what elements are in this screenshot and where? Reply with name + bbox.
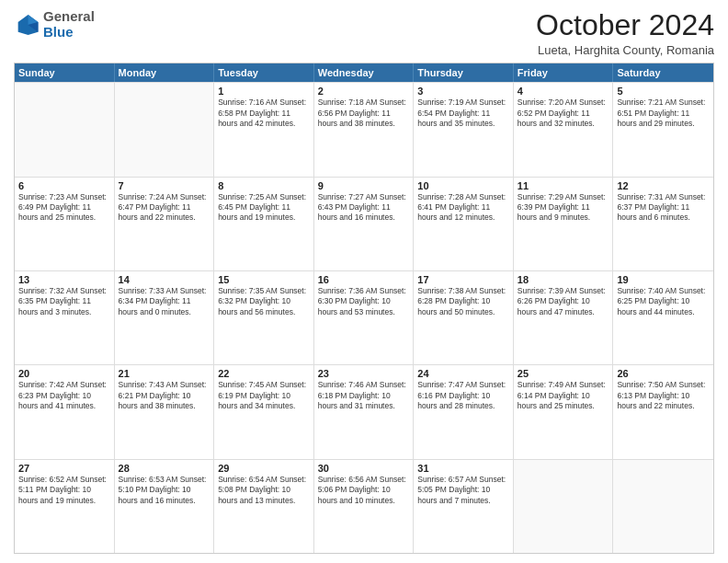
cal-cell: 3Sunrise: 7:19 AM Sunset: 6:54 PM Daylig… bbox=[414, 83, 514, 176]
cell-info: Sunrise: 7:24 AM Sunset: 6:47 PM Dayligh… bbox=[119, 192, 210, 224]
cal-cell: 15Sunrise: 7:35 AM Sunset: 6:32 PM Dayli… bbox=[214, 271, 314, 364]
cal-cell: 14Sunrise: 7:33 AM Sunset: 6:34 PM Dayli… bbox=[115, 271, 215, 364]
cell-info: Sunrise: 7:16 AM Sunset: 6:58 PM Dayligh… bbox=[218, 98, 310, 129]
cal-cell: 1Sunrise: 7:16 AM Sunset: 6:58 PM Daylig… bbox=[214, 83, 314, 176]
cell-info: Sunrise: 7:27 AM Sunset: 6:43 PM Dayligh… bbox=[318, 192, 410, 224]
cal-cell: 11Sunrise: 7:29 AM Sunset: 6:39 PM Dayli… bbox=[514, 178, 614, 270]
cal-cell: 10Sunrise: 7:28 AM Sunset: 6:41 PM Dayli… bbox=[414, 178, 514, 270]
cal-cell: 27Sunrise: 6:52 AM Sunset: 5:11 PM Dayli… bbox=[15, 460, 115, 553]
cell-day-number: 14 bbox=[119, 274, 210, 285]
cell-day-number: 30 bbox=[318, 463, 410, 474]
cell-info: Sunrise: 7:28 AM Sunset: 6:41 PM Dayligh… bbox=[417, 192, 509, 224]
cal-cell: 26Sunrise: 7:50 AM Sunset: 6:13 PM Dayli… bbox=[613, 365, 713, 458]
calendar: SundayMondayTuesdayWednesdayThursdayFrid… bbox=[14, 63, 714, 554]
header-day-tuesday: Tuesday bbox=[214, 63, 314, 82]
title-block: October 2024 Lueta, Harghita County, Rom… bbox=[536, 9, 714, 57]
cell-day-number: 28 bbox=[119, 463, 210, 474]
cell-day-number: 11 bbox=[518, 180, 609, 191]
cell-info: Sunrise: 7:40 AM Sunset: 6:25 PM Dayligh… bbox=[617, 286, 710, 317]
cell-info: Sunrise: 7:50 AM Sunset: 6:13 PM Dayligh… bbox=[617, 380, 710, 411]
month-title: October 2024 bbox=[536, 9, 714, 41]
cal-cell: 19Sunrise: 7:40 AM Sunset: 6:25 PM Dayli… bbox=[613, 271, 713, 364]
cal-cell: 18Sunrise: 7:39 AM Sunset: 6:26 PM Dayli… bbox=[514, 271, 614, 364]
cal-cell: 4Sunrise: 7:20 AM Sunset: 6:52 PM Daylig… bbox=[514, 83, 614, 176]
cell-info: Sunrise: 7:45 AM Sunset: 6:19 PM Dayligh… bbox=[218, 380, 310, 411]
header-day-saturday: Saturday bbox=[613, 63, 713, 82]
cell-info: Sunrise: 6:54 AM Sunset: 5:08 PM Dayligh… bbox=[218, 475, 310, 506]
cell-info: Sunrise: 7:31 AM Sunset: 6:37 PM Dayligh… bbox=[617, 192, 710, 224]
cal-cell bbox=[514, 460, 614, 553]
cell-day-number: 7 bbox=[119, 180, 210, 191]
cell-day-number: 23 bbox=[318, 368, 410, 379]
header-day-thursday: Thursday bbox=[414, 63, 514, 82]
cal-row-1: 1Sunrise: 7:16 AM Sunset: 6:58 PM Daylig… bbox=[15, 82, 713, 176]
cal-row-2: 6Sunrise: 7:23 AM Sunset: 6:49 PM Daylig… bbox=[15, 177, 713, 270]
cell-info: Sunrise: 7:23 AM Sunset: 6:49 PM Dayligh… bbox=[18, 192, 110, 224]
cell-info: Sunrise: 7:32 AM Sunset: 6:35 PM Dayligh… bbox=[18, 286, 110, 317]
cell-info: Sunrise: 7:25 AM Sunset: 6:45 PM Dayligh… bbox=[218, 192, 310, 224]
cell-info: Sunrise: 7:33 AM Sunset: 6:34 PM Dayligh… bbox=[119, 286, 210, 317]
cell-day-number: 3 bbox=[417, 86, 509, 97]
cell-day-number: 26 bbox=[617, 368, 710, 379]
header-day-monday: Monday bbox=[115, 63, 215, 82]
cal-cell: 28Sunrise: 6:53 AM Sunset: 5:10 PM Dayli… bbox=[115, 460, 215, 553]
cell-day-number: 4 bbox=[518, 86, 609, 97]
header-day-sunday: Sunday bbox=[15, 63, 115, 82]
cell-day-number: 15 bbox=[218, 274, 310, 285]
page: General Blue October 2024 Lueta, Harghit… bbox=[0, 0, 728, 563]
cal-cell: 23Sunrise: 7:46 AM Sunset: 6:18 PM Dayli… bbox=[314, 365, 415, 458]
cell-day-number: 2 bbox=[318, 86, 410, 97]
cell-info: Sunrise: 7:18 AM Sunset: 6:56 PM Dayligh… bbox=[318, 98, 410, 129]
calendar-header: SundayMondayTuesdayWednesdayThursdayFrid… bbox=[15, 63, 713, 82]
cal-cell: 20Sunrise: 7:42 AM Sunset: 6:23 PM Dayli… bbox=[15, 365, 115, 458]
cell-info: Sunrise: 6:53 AM Sunset: 5:10 PM Dayligh… bbox=[119, 475, 210, 506]
cell-day-number: 31 bbox=[417, 463, 509, 474]
cell-info: Sunrise: 6:56 AM Sunset: 5:06 PM Dayligh… bbox=[318, 475, 410, 506]
cal-cell: 21Sunrise: 7:43 AM Sunset: 6:21 PM Dayli… bbox=[115, 365, 215, 458]
cell-day-number: 10 bbox=[417, 180, 509, 191]
cell-info: Sunrise: 7:38 AM Sunset: 6:28 PM Dayligh… bbox=[417, 286, 509, 317]
cal-cell: 6Sunrise: 7:23 AM Sunset: 6:49 PM Daylig… bbox=[15, 178, 115, 270]
cell-info: Sunrise: 7:20 AM Sunset: 6:52 PM Dayligh… bbox=[518, 98, 609, 129]
cal-cell: 22Sunrise: 7:45 AM Sunset: 6:19 PM Dayli… bbox=[214, 365, 314, 458]
cell-day-number: 12 bbox=[617, 180, 710, 191]
cell-day-number: 17 bbox=[417, 274, 509, 285]
cell-day-number: 1 bbox=[218, 86, 310, 97]
cal-cell bbox=[613, 460, 713, 553]
cell-info: Sunrise: 6:57 AM Sunset: 5:05 PM Dayligh… bbox=[417, 475, 509, 506]
cell-info: Sunrise: 7:49 AM Sunset: 6:14 PM Dayligh… bbox=[518, 380, 609, 411]
cal-row-5: 27Sunrise: 6:52 AM Sunset: 5:11 PM Dayli… bbox=[15, 459, 713, 553]
cell-info: Sunrise: 7:19 AM Sunset: 6:54 PM Dayligh… bbox=[417, 98, 509, 129]
cell-day-number: 16 bbox=[318, 274, 410, 285]
cell-day-number: 25 bbox=[518, 368, 609, 379]
cell-day-number: 13 bbox=[18, 274, 110, 285]
cell-day-number: 8 bbox=[218, 180, 310, 191]
cell-info: Sunrise: 7:47 AM Sunset: 6:16 PM Dayligh… bbox=[417, 380, 509, 411]
cal-cell: 8Sunrise: 7:25 AM Sunset: 6:45 PM Daylig… bbox=[214, 178, 314, 270]
cell-day-number: 21 bbox=[119, 368, 210, 379]
cell-day-number: 24 bbox=[417, 368, 509, 379]
cell-info: Sunrise: 6:52 AM Sunset: 5:11 PM Dayligh… bbox=[18, 475, 110, 506]
cal-row-3: 13Sunrise: 7:32 AM Sunset: 6:35 PM Dayli… bbox=[15, 270, 713, 364]
cal-cell: 12Sunrise: 7:31 AM Sunset: 6:37 PM Dayli… bbox=[613, 178, 713, 270]
cell-info: Sunrise: 7:46 AM Sunset: 6:18 PM Dayligh… bbox=[318, 380, 410, 411]
cal-cell: 16Sunrise: 7:36 AM Sunset: 6:30 PM Dayli… bbox=[314, 271, 415, 364]
cell-day-number: 27 bbox=[18, 463, 110, 474]
cell-info: Sunrise: 7:42 AM Sunset: 6:23 PM Dayligh… bbox=[18, 380, 110, 411]
cal-cell: 31Sunrise: 6:57 AM Sunset: 5:05 PM Dayli… bbox=[414, 460, 514, 553]
cal-cell: 24Sunrise: 7:47 AM Sunset: 6:16 PM Dayli… bbox=[414, 365, 514, 458]
calendar-body: 1Sunrise: 7:16 AM Sunset: 6:58 PM Daylig… bbox=[15, 82, 713, 553]
cell-info: Sunrise: 7:36 AM Sunset: 6:30 PM Dayligh… bbox=[318, 286, 410, 317]
cal-cell: 25Sunrise: 7:49 AM Sunset: 6:14 PM Dayli… bbox=[514, 365, 614, 458]
header-day-wednesday: Wednesday bbox=[314, 63, 415, 82]
cell-info: Sunrise: 7:39 AM Sunset: 6:26 PM Dayligh… bbox=[518, 286, 609, 317]
location: Lueta, Harghita County, Romania bbox=[536, 43, 714, 57]
cell-day-number: 5 bbox=[617, 86, 710, 97]
cell-info: Sunrise: 7:43 AM Sunset: 6:21 PM Dayligh… bbox=[119, 380, 210, 411]
cell-day-number: 22 bbox=[218, 368, 310, 379]
cal-row-4: 20Sunrise: 7:42 AM Sunset: 6:23 PM Dayli… bbox=[15, 364, 713, 458]
logo-text: General Blue bbox=[43, 9, 95, 40]
cell-info: Sunrise: 7:35 AM Sunset: 6:32 PM Dayligh… bbox=[218, 286, 310, 317]
cell-day-number: 19 bbox=[617, 274, 710, 285]
cal-cell bbox=[115, 83, 215, 176]
